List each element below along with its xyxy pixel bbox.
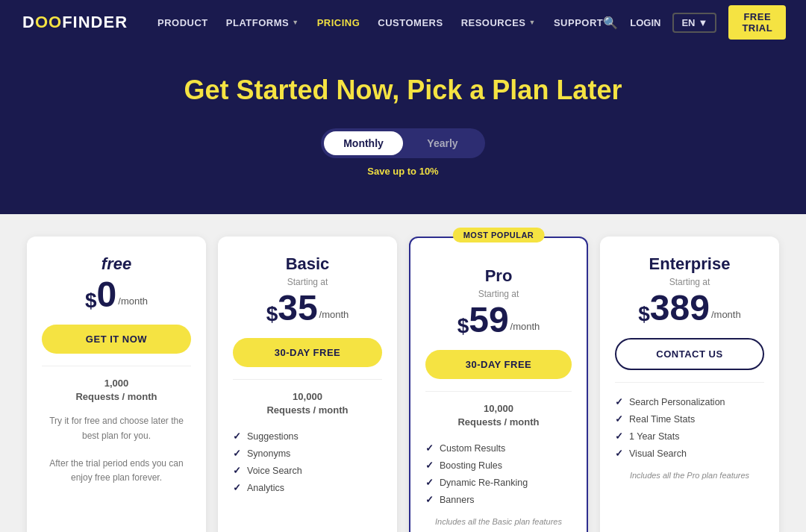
price-period-pro: /month: [510, 321, 540, 332]
list-item: ✓Search Personalization: [615, 393, 764, 410]
plan-card-free: free $ 0 /month GET IT NOW 1,000Requests…: [27, 237, 206, 532]
plan-name-enterprise: Enterprise: [615, 254, 764, 274]
nav-item-customers[interactable]: CUSTOMERS: [378, 17, 443, 28]
toggle-monthly[interactable]: Monthly: [324, 131, 403, 155]
divider-basic: [233, 379, 382, 380]
check-icon: ✓: [615, 396, 623, 407]
list-item: ✓Banners: [425, 491, 572, 508]
pro-trial-button[interactable]: 30-DAY FREE: [425, 350, 572, 379]
feature-list-pro: ✓Custom Results ✓Boosting Rules ✓Dynamic…: [425, 439, 572, 508]
hero-section: Get Started Now, Pick a Plan Later Month…: [0, 45, 806, 214]
list-item: ✓Synonyms: [233, 445, 382, 462]
list-item: ✓Visual Search: [615, 445, 764, 462]
requests-free: 1,000Requests / month: [42, 377, 191, 404]
pricing-cards: free $ 0 /month GET IT NOW 1,000Requests…: [15, 237, 791, 532]
price-dollar-pro: $: [457, 314, 469, 338]
check-icon: ✓: [425, 494, 434, 505]
list-item: ✓Suggestions: [233, 428, 382, 445]
search-icon[interactable]: 🔍: [603, 16, 618, 30]
plan-card-enterprise: Enterprise Starting at $ 389 /month CONT…: [600, 237, 779, 532]
nav-item-resources[interactable]: RESOURCES ▼: [461, 17, 536, 28]
nav-item-support[interactable]: SUPPORT: [554, 17, 603, 28]
price-dollar-enterprise: $: [638, 302, 650, 326]
list-item: ✓Custom Results: [425, 439, 572, 457]
plan-card-pro: MOST POPULAR Pro Starting at $ 59 /month…: [409, 237, 588, 532]
price-row-pro: $ 59 /month: [425, 302, 572, 338]
list-item: ✓Real Time Stats: [615, 410, 764, 428]
check-icon: ✓: [233, 465, 241, 476]
check-icon: ✓: [233, 431, 241, 442]
check-icon: ✓: [425, 477, 434, 488]
hero-title: Get Started Now, Pick a Plan Later: [15, 75, 791, 106]
check-icon: ✓: [615, 413, 623, 425]
most-popular-badge: MOST POPULAR: [453, 228, 545, 242]
list-item: ✓1 Year Stats: [615, 428, 764, 445]
language-selector[interactable]: EN ▼: [672, 13, 716, 33]
price-amount-pro: 59: [469, 302, 508, 338]
list-item: ✓Dynamic Re-Ranking: [425, 474, 572, 491]
nav-item-pricing[interactable]: PRICING: [317, 17, 360, 28]
price-period-basic: /month: [319, 309, 349, 320]
price-period-free: /month: [118, 295, 148, 307]
plan-card-basic: Basic Starting at $ 35 /month 30-DAY FRE…: [218, 237, 397, 532]
free-desc-1: Try it for free and choose later the bes…: [42, 414, 191, 442]
check-icon: ✓: [233, 482, 241, 493]
price-period-enterprise: /month: [711, 309, 741, 320]
toggle-yearly[interactable]: Yearly: [403, 131, 482, 155]
starting-at-enterprise: Starting at: [615, 277, 764, 287]
check-icon: ✓: [425, 460, 434, 471]
logo-oo: OO: [35, 13, 62, 31]
price-row-enterprise: $ 389 /month: [615, 290, 764, 326]
starting-at-basic: Starting at: [233, 277, 382, 287]
requests-basic: 10,000Requests / month: [233, 390, 382, 417]
free-trial-button[interactable]: FREE TRIAL: [728, 5, 786, 40]
main-nav: PRODUCT PLATFORMS ▼ PRICING CUSTOMERS RE…: [157, 17, 603, 28]
billing-toggle-wrapper: Monthly Yearly: [15, 128, 791, 158]
price-amount-free: 0: [97, 277, 117, 313]
header: DOOFINDER PRODUCT PLATFORMS ▼ PRICING CU…: [0, 0, 806, 45]
plan-name-free: free: [42, 254, 191, 274]
price-row-basic: $ 35 /month: [233, 290, 382, 326]
price-dollar-free: $: [85, 289, 97, 313]
nav-item-platforms[interactable]: PLATFORMS ▼: [226, 17, 299, 28]
plan-name-pro: Pro: [425, 266, 572, 286]
divider-enterprise: [615, 382, 764, 383]
list-item: ✓Analytics: [233, 479, 382, 496]
get-it-now-button[interactable]: GET IT NOW: [42, 325, 191, 354]
price-dollar-basic: $: [266, 302, 278, 326]
feature-list-enterprise: ✓Search Personalization ✓Real Time Stats…: [615, 393, 764, 462]
list-item: ✓Voice Search: [233, 462, 382, 479]
list-item: ✓Boosting Rules: [425, 457, 572, 474]
contact-us-button[interactable]: CONTACT US: [615, 338, 764, 370]
plan-name-basic: Basic: [233, 254, 382, 274]
includes-note-pro: Includes all the Basic plan features: [425, 517, 572, 526]
save-text: Save up to 10%: [15, 166, 791, 177]
price-amount-basic: 35: [278, 290, 317, 326]
login-button[interactable]: LOGIN: [630, 17, 660, 28]
requests-pro: 10,000Requests / month: [425, 402, 572, 429]
check-icon: ✓: [615, 448, 623, 459]
free-desc-2: After the trial period ends you can enjo…: [42, 457, 191, 485]
nav-item-product[interactable]: PRODUCT: [157, 17, 208, 28]
feature-list-basic: ✓Suggestions ✓Synonyms ✓Voice Search ✓An…: [233, 428, 382, 496]
price-row-free: $ 0 /month: [42, 277, 191, 313]
check-icon: ✓: [615, 431, 623, 442]
logo-text: DOOFINDER: [22, 13, 128, 32]
check-icon: ✓: [233, 448, 241, 459]
includes-note-enterprise: Includes all the Pro plan features: [615, 471, 764, 480]
divider-free: [42, 366, 191, 366]
basic-trial-button[interactable]: 30-DAY FREE: [233, 338, 382, 367]
billing-toggle[interactable]: Monthly Yearly: [321, 128, 485, 158]
header-right: 🔍 LOGIN EN ▼ FREE TRIAL: [603, 5, 786, 40]
divider-pro: [425, 391, 572, 392]
price-amount-enterprise: 389: [650, 290, 710, 326]
logo[interactable]: DOOFINDER: [22, 13, 128, 32]
check-icon: ✓: [425, 442, 434, 454]
pricing-section: free $ 0 /month GET IT NOW 1,000Requests…: [0, 214, 806, 532]
starting-at-pro: Starting at: [425, 289, 572, 299]
